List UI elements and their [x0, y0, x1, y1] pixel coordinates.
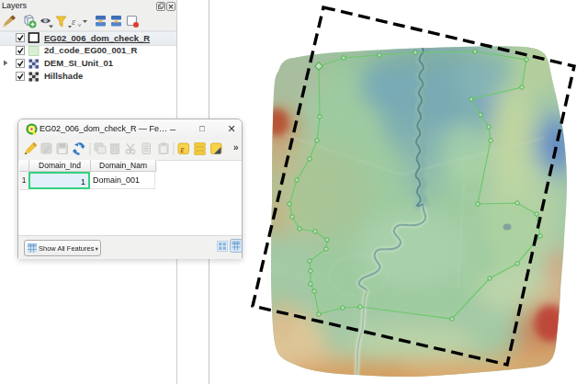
svg-text:ε: ε: [181, 144, 185, 154]
